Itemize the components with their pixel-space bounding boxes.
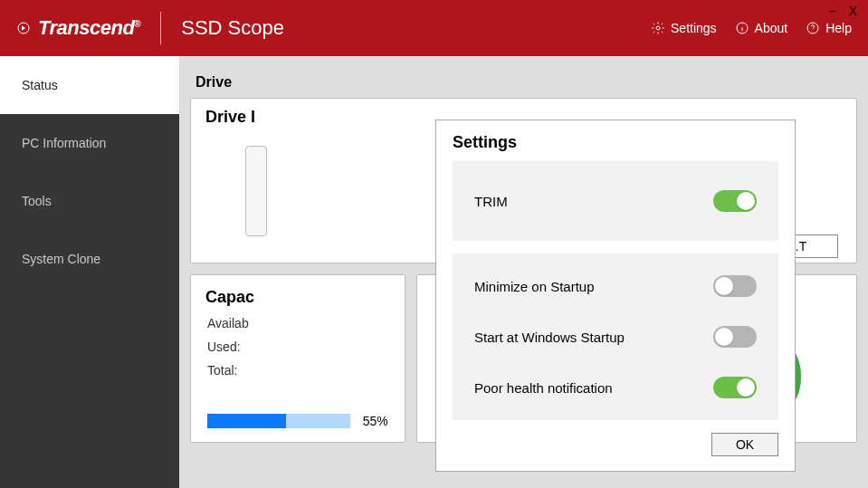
drive-section-label: Drive	[196, 74, 857, 91]
settings-group-trim: TRIM	[453, 161, 778, 241]
settings-modal-footer: OK	[453, 433, 778, 456]
about-label: About	[755, 21, 788, 35]
sidebar-item-label: Status	[22, 78, 58, 92]
settings-label: Settings	[671, 21, 717, 35]
toggle-poor-health[interactable]	[713, 377, 757, 398]
title-bar: – X Transcend® SSD Scope Settings About	[0, 0, 868, 56]
sidebar: Status PC Information Tools System Clone	[0, 56, 179, 488]
capacity-title: Capac	[191, 275, 405, 311]
setting-row-minimize: Minimize on Startup	[453, 261, 778, 311]
capacity-available-label: Availab	[207, 316, 388, 330]
about-button[interactable]: About	[735, 21, 788, 35]
app-title: SSD Scope	[181, 16, 284, 40]
close-button[interactable]: X	[849, 4, 857, 18]
setting-label-minimize: Minimize on Startup	[474, 279, 595, 294]
body: Status PC Information Tools System Clone…	[0, 56, 868, 488]
setting-label-start-windows: Start at Windows Startup	[474, 330, 625, 345]
setting-label-poor-health: Poor health notification	[474, 380, 613, 396]
brand-icon	[16, 21, 31, 35]
info-icon	[735, 21, 749, 35]
sidebar-item-status[interactable]: Status	[0, 56, 179, 114]
setting-row-start-windows: Start at Windows Startup	[453, 311, 778, 362]
sidebar-item-label: Tools	[22, 194, 52, 208]
brand-name: Transcend®	[38, 16, 140, 40]
capacity-card: Capac Availab Used: Total: 55%	[190, 274, 405, 443]
settings-button[interactable]: Settings	[651, 21, 717, 35]
sidebar-item-label: PC Information	[22, 136, 106, 150]
main-content: Drive Drive I 0S S.M.A.R.T Capac Availab…	[179, 56, 868, 488]
gear-icon	[651, 21, 665, 35]
setting-label-trim: TRIM	[474, 194, 508, 209]
settings-modal-title: Settings	[453, 133, 778, 152]
capacity-bar-free	[286, 414, 350, 428]
header-actions: Settings About Help	[651, 21, 852, 35]
capacity-body: Availab Used: Total:	[191, 311, 405, 392]
setting-row-trim: TRIM	[453, 168, 778, 234]
ssd-icon	[245, 146, 267, 236]
ok-button[interactable]: OK	[711, 433, 778, 456]
logo-divider	[160, 12, 161, 44]
minimize-button[interactable]: –	[829, 4, 836, 18]
sidebar-item-pc-info[interactable]: PC Information	[0, 114, 179, 172]
window-controls: – X	[829, 4, 857, 18]
toggle-trim[interactable]	[713, 190, 757, 212]
svg-point-1	[656, 26, 660, 30]
help-button[interactable]: Help	[806, 21, 852, 35]
sidebar-item-label: System Clone	[22, 252, 100, 266]
toggle-minimize[interactable]	[713, 275, 757, 297]
help-icon	[806, 21, 820, 35]
capacity-percent: 55%	[363, 414, 388, 428]
capacity-total-label: Total:	[207, 363, 388, 378]
brand-logo: Transcend®	[16, 16, 140, 40]
setting-row-poor-health: Poor health notification	[453, 362, 778, 413]
sidebar-item-tools[interactable]: Tools	[0, 172, 179, 230]
capacity-bar-used	[207, 414, 286, 428]
settings-modal: Settings TRIM Minimize on Startup Start …	[435, 120, 796, 472]
sidebar-item-system-clone[interactable]: System Clone	[0, 230, 179, 288]
capacity-used-label: Used:	[207, 340, 388, 354]
toggle-start-windows[interactable]	[713, 326, 757, 348]
help-label: Help	[825, 21, 852, 35]
capacity-bar: 55%	[207, 411, 388, 431]
settings-group-general: Minimize on Startup Start at Windows Sta…	[453, 254, 778, 420]
